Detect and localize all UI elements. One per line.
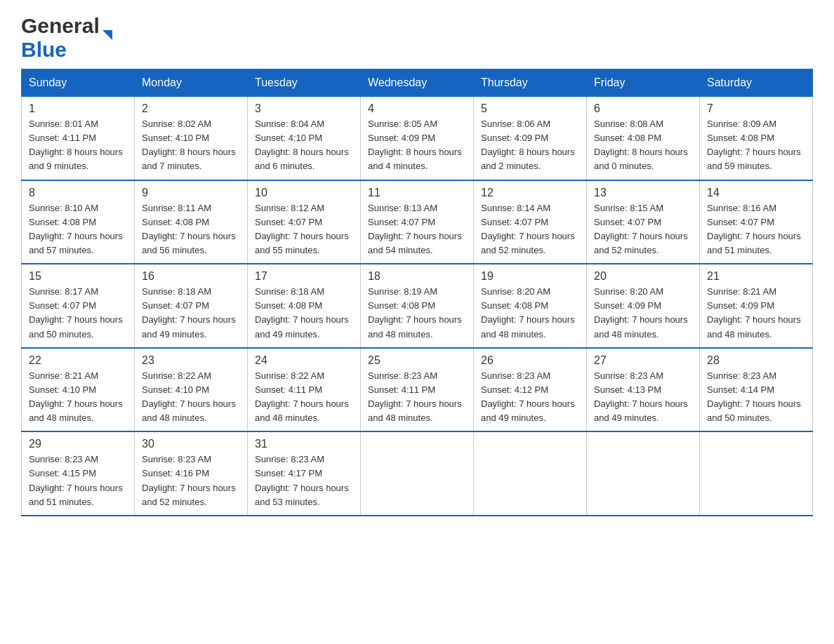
day-number: 8 (29, 187, 127, 199)
calendar-cell: 14 Sunrise: 8:16 AMSunset: 4:07 PMDaylig… (700, 180, 813, 264)
calendar-cell: 24 Sunrise: 8:22 AMSunset: 4:11 PMDaylig… (248, 348, 361, 432)
weekday-header-saturday: Saturday (700, 69, 813, 97)
calendar-cell: 27 Sunrise: 8:23 AMSunset: 4:13 PMDaylig… (587, 348, 700, 432)
day-info: Sunrise: 8:09 AMSunset: 4:08 PMDaylight:… (707, 117, 805, 174)
calendar-cell: 19 Sunrise: 8:20 AMSunset: 4:08 PMDaylig… (474, 264, 587, 348)
calendar-cell: 25 Sunrise: 8:23 AMSunset: 4:11 PMDaylig… (361, 348, 474, 432)
calendar-cell: 29 Sunrise: 8:23 AMSunset: 4:15 PMDaylig… (22, 431, 135, 516)
day-info: Sunrise: 8:14 AMSunset: 4:07 PMDaylight:… (481, 201, 579, 258)
day-number: 2 (142, 102, 240, 115)
day-number: 4 (368, 102, 466, 115)
calendar-week-row: 29 Sunrise: 8:23 AMSunset: 4:15 PMDaylig… (22, 431, 813, 516)
day-number: 17 (255, 270, 353, 283)
calendar-cell: 26 Sunrise: 8:23 AMSunset: 4:12 PMDaylig… (474, 348, 587, 432)
day-number: 14 (707, 187, 805, 199)
calendar-cell: 6 Sunrise: 8:08 AMSunset: 4:08 PMDayligh… (587, 97, 700, 180)
logo-general-text: General (21, 14, 100, 38)
day-info: Sunrise: 8:18 AMSunset: 4:07 PMDaylight:… (142, 285, 240, 342)
logo-blue-text: Blue (21, 38, 67, 62)
calendar-cell: 2 Sunrise: 8:02 AMSunset: 4:10 PMDayligh… (135, 97, 248, 180)
day-number: 5 (481, 102, 579, 115)
day-number: 31 (255, 438, 353, 450)
day-info: Sunrise: 8:06 AMSunset: 4:09 PMDaylight:… (481, 117, 579, 174)
calendar-cell (587, 431, 700, 516)
day-info: Sunrise: 8:23 AMSunset: 4:12 PMDaylight:… (481, 369, 579, 426)
day-number: 11 (368, 187, 466, 199)
day-number: 18 (368, 270, 466, 283)
day-info: Sunrise: 8:08 AMSunset: 4:08 PMDaylight:… (594, 117, 692, 174)
day-info: Sunrise: 8:11 AMSunset: 4:08 PMDaylight:… (142, 201, 240, 258)
weekday-header-sunday: Sunday (22, 69, 135, 97)
day-info: Sunrise: 8:10 AMSunset: 4:08 PMDaylight:… (29, 201, 127, 258)
day-info: Sunrise: 8:20 AMSunset: 4:08 PMDaylight:… (481, 285, 579, 342)
calendar-table: SundayMondayTuesdayWednesdayThursdayFrid… (21, 69, 813, 516)
weekday-header-thursday: Thursday (474, 69, 587, 97)
day-number: 25 (368, 354, 466, 367)
page-header: General Blue (21, 14, 813, 62)
day-info: Sunrise: 8:18 AMSunset: 4:08 PMDaylight:… (255, 285, 353, 342)
logo: General Blue (21, 14, 112, 62)
day-info: Sunrise: 8:22 AMSunset: 4:10 PMDaylight:… (142, 369, 240, 426)
day-number: 20 (594, 270, 692, 283)
calendar-header: SundayMondayTuesdayWednesdayThursdayFrid… (22, 69, 813, 97)
calendar-cell: 12 Sunrise: 8:14 AMSunset: 4:07 PMDaylig… (474, 180, 587, 264)
day-number: 19 (481, 270, 579, 283)
calendar-week-row: 8 Sunrise: 8:10 AMSunset: 4:08 PMDayligh… (22, 180, 813, 264)
day-number: 13 (594, 187, 692, 199)
day-info: Sunrise: 8:21 AMSunset: 4:09 PMDaylight:… (707, 285, 805, 342)
day-number: 28 (707, 354, 805, 367)
calendar-cell: 15 Sunrise: 8:17 AMSunset: 4:07 PMDaylig… (22, 264, 135, 348)
calendar-cell: 10 Sunrise: 8:12 AMSunset: 4:07 PMDaylig… (248, 180, 361, 264)
calendar-cell: 28 Sunrise: 8:23 AMSunset: 4:14 PMDaylig… (700, 348, 813, 432)
day-number: 26 (481, 354, 579, 367)
calendar-week-row: 1 Sunrise: 8:01 AMSunset: 4:11 PMDayligh… (22, 97, 813, 180)
calendar-cell: 7 Sunrise: 8:09 AMSunset: 4:08 PMDayligh… (700, 97, 813, 180)
calendar-cell: 22 Sunrise: 8:21 AMSunset: 4:10 PMDaylig… (22, 348, 135, 432)
day-info: Sunrise: 8:20 AMSunset: 4:09 PMDaylight:… (594, 285, 692, 342)
day-info: Sunrise: 8:17 AMSunset: 4:07 PMDaylight:… (29, 285, 127, 342)
day-info: Sunrise: 8:23 AMSunset: 4:16 PMDaylight:… (142, 452, 240, 509)
calendar-cell: 3 Sunrise: 8:04 AMSunset: 4:10 PMDayligh… (248, 97, 361, 180)
weekday-header-monday: Monday (135, 69, 248, 97)
day-info: Sunrise: 8:23 AMSunset: 4:15 PMDaylight:… (29, 452, 127, 509)
calendar-cell: 16 Sunrise: 8:18 AMSunset: 4:07 PMDaylig… (135, 264, 248, 348)
day-number: 23 (142, 354, 240, 367)
calendar-cell (474, 431, 587, 516)
day-number: 9 (142, 187, 240, 199)
day-info: Sunrise: 8:23 AMSunset: 4:13 PMDaylight:… (594, 369, 692, 426)
calendar-cell (361, 431, 474, 516)
day-number: 22 (29, 354, 127, 367)
calendar-cell: 30 Sunrise: 8:23 AMSunset: 4:16 PMDaylig… (135, 431, 248, 516)
day-info: Sunrise: 8:01 AMSunset: 4:11 PMDaylight:… (29, 117, 127, 174)
day-number: 15 (29, 270, 127, 283)
calendar-cell: 20 Sunrise: 8:20 AMSunset: 4:09 PMDaylig… (587, 264, 700, 348)
day-info: Sunrise: 8:21 AMSunset: 4:10 PMDaylight:… (29, 369, 127, 426)
day-number: 27 (594, 354, 692, 367)
day-info: Sunrise: 8:13 AMSunset: 4:07 PMDaylight:… (368, 201, 466, 258)
calendar-cell: 13 Sunrise: 8:15 AMSunset: 4:07 PMDaylig… (587, 180, 700, 264)
day-number: 29 (29, 438, 127, 450)
calendar-cell: 5 Sunrise: 8:06 AMSunset: 4:09 PMDayligh… (474, 97, 587, 180)
day-info: Sunrise: 8:05 AMSunset: 4:09 PMDaylight:… (368, 117, 466, 174)
day-number: 30 (142, 438, 240, 450)
calendar-cell (700, 431, 813, 516)
calendar-cell: 1 Sunrise: 8:01 AMSunset: 4:11 PMDayligh… (22, 97, 135, 180)
weekday-header-friday: Friday (587, 69, 700, 97)
day-number: 7 (707, 102, 805, 115)
calendar-cell: 17 Sunrise: 8:18 AMSunset: 4:08 PMDaylig… (248, 264, 361, 348)
day-info: Sunrise: 8:23 AMSunset: 4:14 PMDaylight:… (707, 369, 805, 426)
weekday-header-row: SundayMondayTuesdayWednesdayThursdayFrid… (22, 69, 813, 97)
day-info: Sunrise: 8:15 AMSunset: 4:07 PMDaylight:… (594, 201, 692, 258)
calendar-body: 1 Sunrise: 8:01 AMSunset: 4:11 PMDayligh… (22, 97, 813, 516)
day-info: Sunrise: 8:12 AMSunset: 4:07 PMDaylight:… (255, 201, 353, 258)
day-number: 12 (481, 187, 579, 199)
calendar-week-row: 22 Sunrise: 8:21 AMSunset: 4:10 PMDaylig… (22, 348, 813, 432)
calendar-cell: 8 Sunrise: 8:10 AMSunset: 4:08 PMDayligh… (22, 180, 135, 264)
calendar-cell: 23 Sunrise: 8:22 AMSunset: 4:10 PMDaylig… (135, 348, 248, 432)
calendar-cell: 18 Sunrise: 8:19 AMSunset: 4:08 PMDaylig… (361, 264, 474, 348)
day-number: 21 (707, 270, 805, 283)
calendar-cell: 11 Sunrise: 8:13 AMSunset: 4:07 PMDaylig… (361, 180, 474, 264)
weekday-header-tuesday: Tuesday (248, 69, 361, 97)
day-info: Sunrise: 8:23 AMSunset: 4:11 PMDaylight:… (368, 369, 466, 426)
calendar-cell: 9 Sunrise: 8:11 AMSunset: 4:08 PMDayligh… (135, 180, 248, 264)
